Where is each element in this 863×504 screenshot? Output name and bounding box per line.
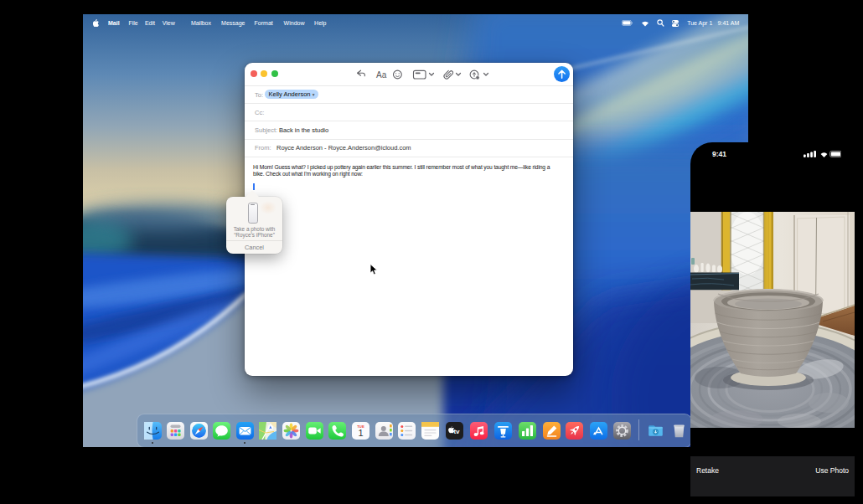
- svg-text:tv: tv: [453, 428, 460, 435]
- svg-text:1: 1: [358, 428, 363, 438]
- svg-text:Aa: Aa: [376, 70, 387, 80]
